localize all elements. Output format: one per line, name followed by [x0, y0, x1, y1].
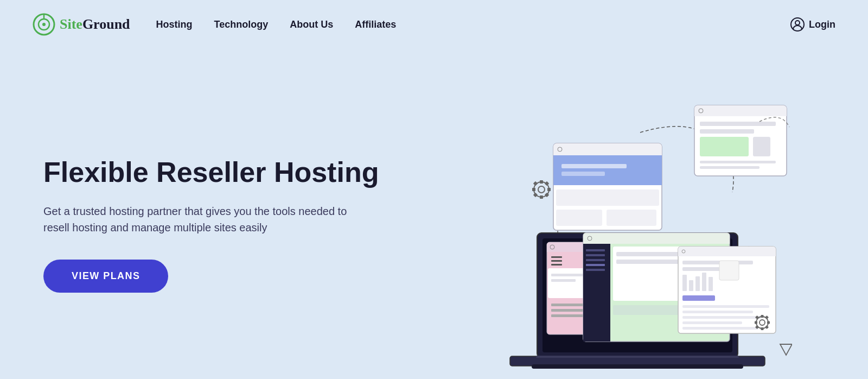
svg-rect-59: [586, 264, 605, 266]
svg-rect-84: [532, 364, 743, 369]
svg-rect-35: [533, 181, 538, 186]
svg-rect-85: [536, 356, 739, 358]
svg-rect-33: [533, 193, 538, 197]
svg-rect-53: [583, 239, 730, 244]
user-icon: [790, 17, 805, 31]
svg-rect-44: [551, 264, 562, 266]
svg-rect-13: [753, 137, 770, 156]
svg-rect-21: [561, 164, 627, 168]
logo-icon: [33, 13, 55, 36]
nav-about[interactable]: About Us: [290, 19, 333, 30]
svg-rect-73: [695, 276, 700, 291]
svg-rect-78: [682, 305, 769, 308]
svg-rect-74: [702, 273, 706, 291]
hero-subtitle: Get a trusted hosting partner that gives…: [43, 203, 347, 236]
logo-link[interactable]: SiteGround: [33, 13, 130, 36]
svg-rect-55: [583, 244, 610, 342]
nav-links: Hosting Technology About Us Affiliates: [156, 19, 790, 30]
svg-rect-89: [761, 327, 764, 330]
navbar: SiteGround Hosting Technology About Us A…: [0, 0, 868, 49]
svg-rect-43: [551, 260, 562, 262]
svg-rect-88: [761, 315, 764, 318]
svg-rect-8: [694, 112, 787, 116]
svg-rect-67: [678, 252, 776, 256]
svg-rect-91: [755, 321, 757, 324]
svg-rect-90: [767, 321, 770, 324]
svg-rect-47: [551, 279, 576, 282]
svg-rect-69: [682, 261, 753, 264]
svg-rect-60: [586, 269, 605, 271]
svg-point-5: [795, 21, 800, 25]
svg-rect-79: [682, 311, 753, 313]
svg-rect-82: [682, 327, 758, 330]
svg-rect-72: [689, 280, 693, 291]
svg-rect-81: [682, 321, 742, 324]
svg-rect-20: [553, 155, 662, 185]
svg-rect-11: [700, 129, 754, 134]
svg-rect-71: [682, 275, 687, 291]
svg-rect-56: [586, 249, 605, 251]
svg-rect-32: [545, 181, 549, 186]
svg-rect-57: [586, 254, 605, 256]
nav-technology[interactable]: Technology: [214, 19, 269, 30]
svg-rect-22: [561, 172, 605, 176]
illustration-svg: [412, 73, 792, 377]
svg-rect-80: [682, 316, 761, 319]
nav-hosting[interactable]: Hosting: [156, 19, 193, 30]
svg-rect-23: [556, 190, 659, 206]
svg-rect-75: [709, 277, 713, 291]
svg-rect-77: [719, 261, 739, 280]
svg-rect-25: [607, 210, 656, 226]
svg-rect-46: [551, 274, 584, 276]
svg-rect-29: [540, 195, 543, 199]
svg-rect-10: [700, 122, 776, 126]
login-button[interactable]: Login: [790, 17, 835, 31]
hero-content: Flexible Reseller Hosting Get a trusted …: [43, 157, 380, 293]
login-label: Login: [809, 19, 835, 30]
svg-marker-96: [780, 344, 792, 355]
svg-rect-24: [556, 210, 602, 226]
svg-rect-18: [553, 150, 662, 155]
svg-rect-30: [547, 188, 551, 191]
svg-rect-14: [700, 161, 776, 163]
svg-rect-31: [532, 188, 535, 191]
logo-text: SiteGround: [60, 16, 130, 33]
svg-rect-28: [540, 180, 543, 184]
svg-point-27: [538, 186, 545, 193]
view-plans-button[interactable]: VIEW PLANS: [43, 260, 168, 293]
svg-rect-58: [586, 259, 605, 261]
svg-point-2: [42, 23, 46, 26]
svg-rect-63: [616, 260, 681, 264]
hero-section: Flexible Reseller Hosting Get a trusted …: [0, 49, 868, 379]
svg-rect-42: [551, 256, 562, 258]
svg-rect-76: [682, 295, 715, 301]
nav-affiliates[interactable]: Affiliates: [355, 19, 396, 30]
svg-rect-12: [700, 137, 749, 156]
svg-rect-15: [700, 166, 760, 169]
hero-title: Flexible Reseller Hosting: [43, 157, 380, 188]
hero-illustration: [380, 71, 825, 379]
